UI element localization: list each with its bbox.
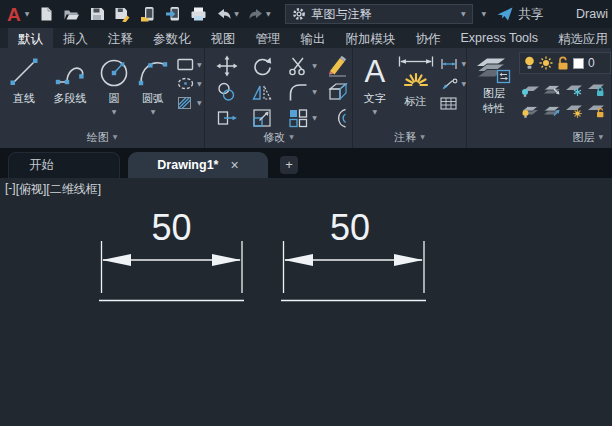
draw-panel-expand-icon: ▼ bbox=[113, 134, 118, 140]
layer-on-button[interactable] bbox=[520, 101, 540, 118]
hatch-dropdown-icon[interactable]: ▼ bbox=[197, 100, 202, 106]
line-label: 直线 bbox=[13, 91, 35, 106]
panel-title-draw[interactable]: 绘图▼ bbox=[0, 130, 204, 145]
ribbon-tab-featured-apps[interactable]: 精选应用 bbox=[548, 28, 612, 48]
ribbon-tab-insert[interactable]: 插入 bbox=[53, 28, 98, 48]
fillet-button[interactable]: ▼ bbox=[287, 81, 317, 103]
trim-dropdown-icon[interactable]: ▼ bbox=[312, 63, 317, 69]
stretch-icon bbox=[216, 107, 238, 129]
ribbon-tab-bar: 默认 插入 注释 参数化 视图 管理 输出 附加模块 协作 Express To… bbox=[0, 28, 612, 48]
save-icon bbox=[89, 6, 105, 22]
save-as-button[interactable] bbox=[114, 6, 131, 22]
layer-color-swatch bbox=[573, 58, 584, 69]
open-file-button[interactable] bbox=[63, 6, 80, 22]
leader-button[interactable]: ▼ bbox=[440, 77, 466, 90]
rectangle-button[interactable]: ▼ bbox=[177, 58, 202, 71]
layer-lock-icon bbox=[586, 80, 606, 97]
copy-button[interactable] bbox=[216, 81, 238, 103]
stretch-button[interactable] bbox=[216, 107, 238, 129]
ribbon-tab-output[interactable]: 输出 bbox=[291, 28, 336, 48]
layer-select-combo[interactable]: 0 bbox=[519, 52, 611, 74]
linear-dimension-dropdown-icon[interactable]: ▼ bbox=[461, 61, 466, 67]
layers-panel-expand-icon: ▼ bbox=[598, 134, 603, 140]
annotation-panel-expand-icon: ▼ bbox=[420, 134, 425, 140]
ellipse-dropdown-icon[interactable]: ▼ bbox=[197, 81, 202, 87]
file-tab-start[interactable]: 开始 bbox=[8, 152, 120, 178]
array-button[interactable]: ▼ bbox=[287, 107, 317, 129]
layer-off-button[interactable] bbox=[520, 80, 540, 97]
circle-dropdown-icon[interactable]: ▼ bbox=[112, 109, 117, 115]
share-button[interactable]: 共享 bbox=[497, 6, 543, 23]
panel-title-modify[interactable]: 修改▼ bbox=[205, 130, 352, 145]
offset-button[interactable] bbox=[327, 107, 349, 129]
qat-customize-dropdown-icon[interactable]: ▼ bbox=[482, 11, 487, 17]
text-dropdown-icon[interactable]: ▼ bbox=[373, 109, 378, 115]
dimension-annotation-2[interactable]: 50 bbox=[281, 207, 426, 301]
redo-button[interactable]: ▼ bbox=[248, 8, 271, 21]
ribbon-tab-manage[interactable]: 管理 bbox=[246, 28, 291, 48]
layer-freeze-button[interactable] bbox=[564, 80, 584, 97]
workspace-label: 草图与注释 bbox=[312, 6, 372, 23]
layer-thaw-button[interactable] bbox=[564, 101, 584, 118]
text-tool-icon: A bbox=[365, 55, 386, 89]
ribbon-tab-express-tools[interactable]: Express Tools bbox=[451, 28, 549, 48]
undo-button[interactable]: ▼ bbox=[216, 8, 239, 21]
file-tab-drawing1[interactable]: Drawing1* × bbox=[128, 152, 268, 178]
trim-scissors-icon bbox=[287, 55, 309, 77]
ribbon-tab-view[interactable]: 视图 bbox=[201, 28, 246, 48]
erase-button[interactable] bbox=[326, 55, 350, 77]
ribbon-tab-home[interactable]: 默认 bbox=[8, 28, 53, 48]
panel-modify: ▼ ▼ bbox=[205, 48, 353, 148]
fillet-dropdown-icon[interactable]: ▼ bbox=[312, 89, 317, 95]
panel-title-layers[interactable]: 图层▼ bbox=[467, 130, 611, 145]
scale-button[interactable] bbox=[251, 107, 273, 129]
mirror-button[interactable] bbox=[251, 81, 273, 103]
linear-dimension-button[interactable]: ▼ bbox=[440, 58, 466, 70]
layer-lock-button[interactable] bbox=[586, 80, 606, 97]
line-icon bbox=[7, 55, 41, 89]
app-menu-button[interactable]: A ▼ bbox=[7, 5, 29, 24]
rectangle-dropdown-icon[interactable]: ▼ bbox=[197, 62, 202, 68]
svg-text:50: 50 bbox=[330, 207, 370, 248]
move-button[interactable] bbox=[216, 55, 238, 77]
dimension-annotation-1[interactable]: 50 bbox=[99, 207, 244, 301]
trim-button[interactable]: ▼ bbox=[287, 55, 317, 77]
layer-unlock2-button[interactable] bbox=[586, 101, 606, 118]
ellipse-button[interactable]: ▼ bbox=[177, 77, 202, 90]
hatch-button[interactable]: ▼ bbox=[177, 96, 202, 110]
save-button[interactable] bbox=[89, 6, 105, 22]
workspace-selector[interactable]: 草图与注释 ▼ bbox=[285, 4, 473, 24]
close-tab-icon[interactable]: × bbox=[230, 158, 238, 172]
panel-title-annotation[interactable]: 注释▼ bbox=[353, 130, 466, 145]
modify-grid: ▼ ▼ bbox=[205, 48, 352, 131]
open-from-web-mobile-button[interactable] bbox=[140, 6, 156, 22]
move-icon bbox=[216, 55, 238, 77]
layer-properties-icon bbox=[475, 55, 513, 85]
new-drawing-tab-button[interactable]: + bbox=[280, 156, 298, 174]
ribbon-tab-annotate[interactable]: 注释 bbox=[98, 28, 143, 48]
rotate-icon bbox=[251, 55, 273, 77]
ribbon-tab-addins[interactable]: 附加模块 bbox=[336, 28, 406, 48]
layers-title-label: 图层 bbox=[572, 131, 594, 143]
plot-button[interactable] bbox=[190, 6, 207, 22]
panel-draw: 直线 多段线 圆 ▼ 圆弧 ▼ ▼ ▼ ▼ bbox=[0, 48, 205, 148]
new-file-button[interactable] bbox=[39, 6, 54, 22]
undo-dropdown-icon[interactable]: ▼ bbox=[234, 11, 239, 17]
array-dropdown-icon[interactable]: ▼ bbox=[312, 115, 317, 121]
rotate-button[interactable] bbox=[251, 55, 273, 77]
layer-isolate-button[interactable] bbox=[542, 80, 562, 97]
table-button[interactable] bbox=[440, 97, 466, 110]
ribbon-tab-collaborate[interactable]: 协作 bbox=[406, 28, 451, 48]
leader-dropdown-icon[interactable]: ▼ bbox=[461, 81, 466, 87]
drawing-canvas[interactable]: [-] [俯视] [二维线框] 50 50 bbox=[0, 178, 612, 426]
circle-icon bbox=[97, 55, 131, 89]
ribbon-tab-parametric[interactable]: 参数化 bbox=[143, 28, 201, 48]
copy-icon bbox=[216, 81, 238, 103]
explode-button[interactable] bbox=[327, 81, 349, 103]
redo-dropdown-icon[interactable]: ▼ bbox=[266, 11, 271, 17]
ellipse-icon bbox=[177, 77, 194, 90]
arc-dropdown-icon[interactable]: ▼ bbox=[151, 109, 156, 115]
explode-cube-icon bbox=[327, 81, 349, 103]
save-to-web-mobile-button[interactable] bbox=[165, 6, 181, 22]
layer-unisolate-button[interactable] bbox=[542, 101, 562, 118]
